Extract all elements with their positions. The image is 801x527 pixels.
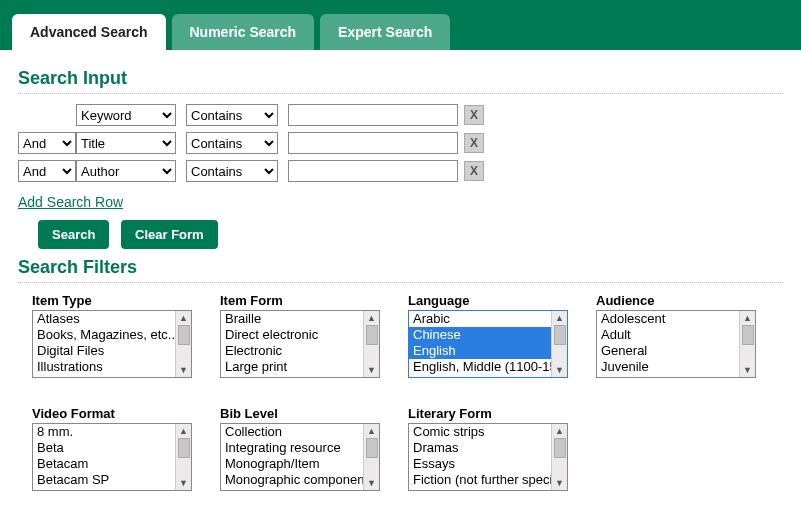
scroll-up-icon[interactable]: ▲: [552, 311, 567, 325]
list-option[interactable]: Atlases: [33, 311, 175, 327]
scroll-up-icon[interactable]: ▲: [364, 424, 379, 438]
search-row: AndOrNotKeywordTitleAuthorSubjectSeriesC…: [18, 160, 783, 182]
search-term-input[interactable]: [288, 160, 458, 182]
tab-numeric-search[interactable]: Numeric Search: [172, 14, 315, 50]
filter-label: Language: [408, 293, 568, 308]
item-type-listbox[interactable]: AtlasesBooks, Magazines, etc...Digital F…: [32, 310, 192, 378]
scroll-up-icon[interactable]: ▲: [740, 311, 755, 325]
scrollbar[interactable]: ▲▼: [739, 311, 755, 377]
clear-form-button[interactable]: Clear Form: [121, 220, 218, 249]
scrollbar[interactable]: ▲▼: [551, 311, 567, 377]
list-option[interactable]: Integrating resource: [221, 440, 363, 456]
list-option[interactable]: Juvenile: [597, 359, 739, 375]
list-option[interactable]: Adult: [597, 327, 739, 343]
list-option[interactable]: Large print: [221, 359, 363, 375]
tab-bar: Advanced SearchNumeric SearchExpert Sear…: [0, 0, 801, 50]
boolean-select[interactable]: AndOrNot: [18, 132, 76, 154]
search-row: AndOrNotKeywordTitleAuthorSubjectSeriesC…: [18, 132, 783, 154]
audience-listbox[interactable]: AdolescentAdultGeneralJuvenile▲▼: [596, 310, 756, 378]
scroll-down-icon[interactable]: ▼: [364, 363, 379, 377]
scroll-thumb[interactable]: [366, 325, 378, 345]
list-option[interactable]: English, Middle (1100-150: [409, 359, 551, 375]
list-option[interactable]: Arabic: [409, 311, 551, 327]
list-option[interactable]: Collection: [221, 424, 363, 440]
scrollbar[interactable]: ▲▼: [175, 311, 191, 377]
add-search-row-link[interactable]: Add Search Row: [18, 194, 123, 210]
list-option[interactable]: Monographic component p: [221, 472, 363, 488]
item-form-listbox[interactable]: BrailleDirect electronicElectronicLarge …: [220, 310, 380, 378]
scroll-down-icon[interactable]: ▼: [364, 476, 379, 490]
scroll-thumb[interactable]: [178, 325, 190, 345]
scroll-thumb[interactable]: [742, 325, 754, 345]
list-option[interactable]: Beta: [33, 440, 175, 456]
language-listbox[interactable]: ArabicChineseEnglishEnglish, Middle (110…: [408, 310, 568, 378]
filter-video-format: Video Format8 mm.BetaBetacamBetacam SP▲▼: [32, 406, 192, 491]
scroll-up-icon[interactable]: ▲: [364, 311, 379, 325]
list-option[interactable]: Digital Files: [33, 343, 175, 359]
remove-row-button[interactable]: X: [464, 133, 484, 153]
bib-level-listbox[interactable]: CollectionIntegrating resourceMonograph/…: [220, 423, 380, 491]
list-option[interactable]: General: [597, 343, 739, 359]
filter-label: Bib Level: [220, 406, 380, 421]
list-option[interactable]: Braille: [221, 311, 363, 327]
search-filters-heading: Search Filters: [18, 257, 783, 278]
scroll-down-icon[interactable]: ▼: [176, 363, 191, 377]
search-term-input[interactable]: [288, 132, 458, 154]
scroll-up-icon[interactable]: ▲: [176, 311, 191, 325]
filter-label: Literary Form: [408, 406, 568, 421]
remove-row-button[interactable]: X: [464, 161, 484, 181]
scrollbar[interactable]: ▲▼: [551, 424, 567, 490]
list-option[interactable]: Electronic: [221, 343, 363, 359]
search-button[interactable]: Search: [38, 220, 109, 249]
match-select[interactable]: ContainsStarts withExact: [186, 160, 278, 182]
field-select[interactable]: KeywordTitleAuthorSubjectSeries: [76, 132, 176, 154]
field-select[interactable]: KeywordTitleAuthorSubjectSeries: [76, 160, 176, 182]
scroll-thumb[interactable]: [366, 438, 378, 458]
scroll-down-icon[interactable]: ▼: [176, 476, 191, 490]
list-option[interactable]: 8 mm.: [33, 424, 175, 440]
list-option[interactable]: Adolescent: [597, 311, 739, 327]
search-row: KeywordTitleAuthorSubjectSeriesContainsS…: [18, 104, 783, 126]
list-option[interactable]: Betacam: [33, 456, 175, 472]
literary-form-listbox[interactable]: Comic stripsDramasEssaysFiction (not fur…: [408, 423, 568, 491]
filter-bib-level: Bib LevelCollectionIntegrating resourceM…: [220, 406, 380, 491]
scroll-thumb[interactable]: [554, 325, 566, 345]
list-option[interactable]: Fiction (not further specifie: [409, 472, 551, 488]
list-option[interactable]: Dramas: [409, 440, 551, 456]
match-select[interactable]: ContainsStarts withExact: [186, 132, 278, 154]
scroll-thumb[interactable]: [554, 438, 566, 458]
scrollbar[interactable]: ▲▼: [363, 424, 379, 490]
list-option[interactable]: Direct electronic: [221, 327, 363, 343]
scroll-down-icon[interactable]: ▼: [552, 476, 567, 490]
button-row: Search Clear Form: [38, 220, 783, 249]
scroll-up-icon[interactable]: ▲: [552, 424, 567, 438]
list-option[interactable]: Betacam SP: [33, 472, 175, 488]
scroll-up-icon[interactable]: ▲: [176, 424, 191, 438]
scroll-thumb[interactable]: [178, 438, 190, 458]
filter-item-type: Item TypeAtlasesBooks, Magazines, etc...…: [32, 293, 192, 378]
filter-label: Item Type: [32, 293, 192, 308]
list-option[interactable]: Comic strips: [409, 424, 551, 440]
field-select[interactable]: KeywordTitleAuthorSubjectSeries: [76, 104, 176, 126]
divider: [18, 93, 783, 94]
match-select[interactable]: ContainsStarts withExact: [186, 104, 278, 126]
list-option[interactable]: Chinese: [409, 327, 551, 343]
scrollbar[interactable]: ▲▼: [363, 311, 379, 377]
tab-advanced-search[interactable]: Advanced Search: [12, 14, 166, 50]
filter-literary-form: Literary FormComic stripsDramasEssaysFic…: [408, 406, 568, 491]
list-option[interactable]: English: [409, 343, 551, 359]
scroll-down-icon[interactable]: ▼: [740, 363, 755, 377]
tab-expert-search[interactable]: Expert Search: [320, 14, 450, 50]
scrollbar[interactable]: ▲▼: [175, 424, 191, 490]
video-format-listbox[interactable]: 8 mm.BetaBetacamBetacam SP▲▼: [32, 423, 192, 491]
list-option[interactable]: Monograph/Item: [221, 456, 363, 472]
list-option[interactable]: Illustrations: [33, 359, 175, 375]
filter-label: Audience: [596, 293, 756, 308]
list-option[interactable]: Books, Magazines, etc...: [33, 327, 175, 343]
scroll-down-icon[interactable]: ▼: [552, 363, 567, 377]
boolean-select[interactable]: AndOrNot: [18, 160, 76, 182]
list-option[interactable]: Essays: [409, 456, 551, 472]
content-area: Search Input KeywordTitleAuthorSubjectSe…: [0, 50, 801, 501]
search-term-input[interactable]: [288, 104, 458, 126]
remove-row-button[interactable]: X: [464, 105, 484, 125]
